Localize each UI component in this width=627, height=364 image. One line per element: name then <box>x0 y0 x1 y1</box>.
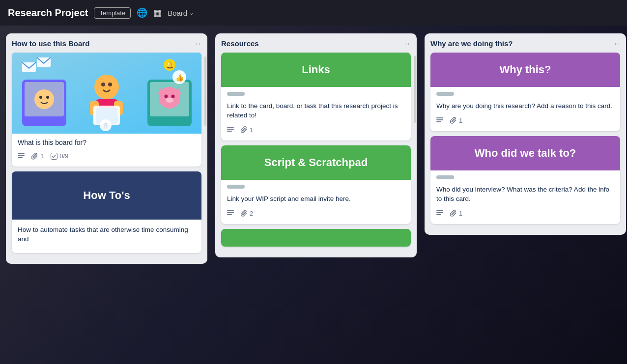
card-cover-green: Links <box>221 53 411 87</box>
paperclip-icon <box>241 126 248 133</box>
board-selector[interactable]: Board ⌄ <box>168 9 194 17</box>
header: Research Project Template 🌐 ▦ Board ⌄ <box>0 0 627 26</box>
attachment-indicator: 1 <box>241 126 253 134</box>
card-description: Why are you doing this research? Add a r… <box>436 101 614 111</box>
card-footer: 1 <box>436 115 614 126</box>
grid-icon[interactable]: ▦ <box>153 7 162 18</box>
scrollbar[interactable] <box>204 56 206 126</box>
column-header: How to use this Board ↔ <box>12 39 201 48</box>
svg-rect-30 <box>18 153 25 154</box>
card-who-talked-to[interactable]: Who did we talk to? Who did you intervie… <box>430 136 620 224</box>
attachment-indicator: 1 <box>450 210 462 217</box>
svg-point-12 <box>108 83 112 86</box>
card-footer: 1 <box>227 124 405 136</box>
svg-text:🦷: 🦷 <box>102 122 109 129</box>
svg-point-10 <box>94 75 119 99</box>
svg-point-24 <box>171 95 174 98</box>
project-title: Research Project <box>8 7 88 19</box>
svg-point-9 <box>46 96 49 99</box>
card-body: Who did you interview? What was the crit… <box>430 170 620 224</box>
svg-rect-42 <box>436 121 441 122</box>
column-resources: Resources ↔ Links Link to the card, boar… <box>215 33 417 257</box>
card-cover-dark-blue: How To's <box>12 171 201 220</box>
svg-rect-38 <box>227 212 234 213</box>
label-bar <box>436 175 454 179</box>
links-title: Links <box>302 63 330 76</box>
globe-icon[interactable]: 🌐 <box>137 7 147 18</box>
card-why-this[interactable]: Why this? Why are you doing this researc… <box>430 53 620 131</box>
checkbox-indicator: 0/9 <box>51 152 68 160</box>
paperclip-icon <box>241 210 248 217</box>
column-header: Why are we doing this? ↔ <box>430 39 620 48</box>
attachment-count: 1 <box>40 152 44 160</box>
svg-rect-44 <box>436 212 443 213</box>
attachment-indicator: 2 <box>241 210 253 217</box>
card-links[interactable]: Links Link to the card, board, or task t… <box>221 53 411 140</box>
column-title: Why are we doing this? <box>430 39 513 48</box>
svg-rect-45 <box>436 214 441 215</box>
column-actions[interactable]: ↔ <box>613 40 620 48</box>
svg-rect-41 <box>436 119 443 120</box>
column-actions[interactable]: ↔ <box>404 40 411 48</box>
description-icon <box>436 210 443 217</box>
svg-text:👍: 👍 <box>175 74 184 82</box>
attachment-indicator: 1 <box>450 117 462 124</box>
svg-rect-36 <box>227 131 232 132</box>
card-body: Link your WIP script and email invite he… <box>221 180 411 224</box>
svg-point-11 <box>101 83 105 86</box>
column-title: Resources <box>221 39 259 48</box>
script-title: Script & Scratchpad <box>264 156 368 168</box>
card-cover-green: Script & Scratchpad <box>221 145 411 180</box>
card-description: How to automate tasks that are otherwise… <box>18 224 196 244</box>
paperclip-icon <box>31 153 38 160</box>
svg-point-7 <box>34 89 54 109</box>
template-button[interactable]: Template <box>94 7 131 19</box>
menu-icon <box>18 153 25 160</box>
svg-point-8 <box>39 96 42 99</box>
collapse-icon[interactable]: ↔ <box>404 40 411 48</box>
collapse-icon[interactable]: ↔ <box>613 40 620 48</box>
label-bar <box>227 185 245 189</box>
svg-rect-31 <box>18 155 25 156</box>
card-cover: 🔔 <box>12 53 201 134</box>
svg-point-23 <box>164 95 168 98</box>
card-description: Link your WIP script and email invite he… <box>227 194 405 204</box>
column-why: Why are we doing this? ↔ Why this? Why a… <box>425 33 626 235</box>
attachment-count: 2 <box>250 210 253 217</box>
card-cover-green-partial <box>221 229 411 247</box>
card-partial[interactable] <box>221 229 411 247</box>
label-bar <box>227 92 245 96</box>
board-label: Board <box>168 9 187 17</box>
card-body: How to automate tasks that are otherwise… <box>12 220 201 253</box>
svg-rect-34 <box>227 127 234 128</box>
card-how-tos[interactable]: How To's How to automate tasks that are … <box>12 171 201 253</box>
card-what-is-board[interactable]: 🔔 <box>12 53 201 167</box>
how-tos-title: How To's <box>83 189 130 201</box>
column-title: How to use this Board <box>12 39 89 48</box>
board-area: How to use this Board ↔ <box>0 26 627 364</box>
who-talked-title: Who did we talk to? <box>475 147 576 159</box>
card-title: What is this board for? <box>18 139 196 146</box>
description-icon <box>227 126 234 133</box>
attachment-indicator: 1 <box>31 152 44 160</box>
chevron-down-icon: ⌄ <box>189 9 194 16</box>
card-footer: 2 <box>227 208 405 219</box>
card-footer: 1 <box>436 208 614 219</box>
svg-rect-43 <box>436 210 443 211</box>
description-icon <box>18 153 25 160</box>
card-script-scratchpad[interactable]: Script & Scratchpad Link your WIP script… <box>221 145 411 224</box>
svg-rect-32 <box>18 157 23 158</box>
card-body: What is this board for? 1 0/9 <box>12 134 201 167</box>
label-bar <box>436 92 454 96</box>
checkbox-icon <box>51 153 57 160</box>
attachment-count: 1 <box>459 117 462 124</box>
menu-icon <box>227 210 234 217</box>
card-body: Link to the card, board, or task that th… <box>221 87 411 140</box>
paperclip-icon <box>450 117 457 124</box>
card-description: Link to the card, board, or task that th… <box>227 101 405 120</box>
attachment-count: 1 <box>250 126 253 134</box>
column-actions[interactable]: ↔ <box>195 40 201 48</box>
collapse-icon[interactable]: ↔ <box>195 40 201 48</box>
scrollbar[interactable] <box>414 56 416 123</box>
illustration-svg: 🔔 <box>12 53 201 134</box>
